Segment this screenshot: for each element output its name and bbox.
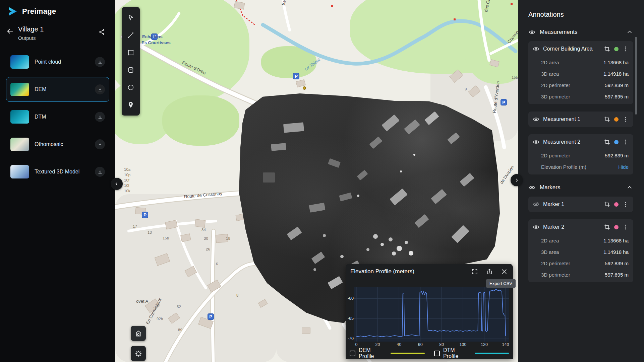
- app-logo-icon: [7, 6, 18, 17]
- house-number: 15b: [163, 236, 169, 240]
- dem-tree: [340, 255, 344, 258]
- output-item-textured-3d-model[interactable]: Textured 3D Model: [6, 159, 109, 184]
- house-number: 92b: [157, 317, 163, 321]
- back-button[interactable]: [5, 26, 15, 37]
- output-item-point-cloud[interactable]: Point cloud: [6, 50, 109, 74]
- share-button[interactable]: [97, 27, 107, 38]
- download-icon: [98, 169, 103, 174]
- checkbox-icon[interactable]: [434, 351, 440, 356]
- kebab-menu[interactable]: [622, 45, 629, 53]
- chevron-up-icon[interactable]: [626, 184, 633, 191]
- measure-line-tool[interactable]: [122, 26, 140, 44]
- measurement-card-measurement-2[interactable]: Measurement 2 2D perimeter592.839 m Elev…: [528, 134, 633, 174]
- kebab-menu[interactable]: [622, 138, 629, 146]
- color-swatch[interactable]: [614, 47, 619, 51]
- download-icon: [98, 142, 103, 147]
- measurement-row: 3D perimeter597.695 m: [528, 91, 633, 102]
- measurement-card-measurement-1[interactable]: Measurement 1: [528, 112, 633, 127]
- card-header: Corner Building Area: [528, 41, 633, 57]
- measurement-row: 3D area1.14918 ha: [528, 68, 633, 79]
- download-button[interactable]: [95, 84, 105, 94]
- dtm-profile-toggle[interactable]: DTM Profile: [434, 347, 509, 359]
- kebab-menu[interactable]: [622, 201, 629, 208]
- color-swatch[interactable]: [614, 202, 619, 207]
- zoom-to-icon[interactable]: [603, 223, 611, 231]
- panel-scrollbar[interactable]: [635, 37, 637, 115]
- markers-section-header[interactable]: Markers: [528, 182, 633, 193]
- zoom-to-icon[interactable]: [603, 138, 611, 146]
- chevron-up-icon[interactable]: [626, 28, 633, 36]
- select-tool[interactable]: [122, 9, 140, 26]
- row-label: 2D perimeter: [541, 82, 605, 88]
- marker-card-marker-2[interactable]: Marker 2 2D area1.13668 ha 3D area1.1491…: [528, 219, 633, 282]
- house-number: 89: [178, 328, 182, 332]
- dem-building: [424, 111, 439, 125]
- chevron-left-icon: [114, 181, 119, 187]
- close-panel-button[interactable]: [500, 268, 508, 276]
- marker-title: Marker 2: [543, 224, 600, 230]
- zoom-to-icon[interactable]: [603, 116, 611, 123]
- download-button[interactable]: [95, 139, 105, 149]
- output-item-dem[interactable]: DEM: [6, 77, 109, 102]
- row-value: 597.695 m: [605, 94, 629, 99]
- download-button[interactable]: [95, 112, 105, 122]
- color-swatch[interactable]: [614, 225, 619, 229]
- eye-icon[interactable]: [532, 45, 540, 53]
- measurement-card-corner-building-area[interactable]: Corner Building Area 2D area1.13668 ha 3…: [528, 41, 633, 104]
- marker-tool[interactable]: [122, 96, 140, 114]
- eye-off-icon[interactable]: [532, 201, 540, 208]
- eye-icon[interactable]: [532, 223, 540, 231]
- dem-profile-toggle[interactable]: DEM Profile: [350, 347, 425, 359]
- section-title: Measurements: [540, 29, 622, 35]
- color-swatch[interactable]: [614, 117, 619, 122]
- measurement-row: 2D perimeter592.839 m: [528, 150, 633, 161]
- map-canvas[interactable]: P P P P P Bacon des Caves Chemin de Rout…: [115, 0, 518, 362]
- eye-icon[interactable]: [528, 28, 536, 36]
- row-value: 592.839 m: [605, 82, 629, 88]
- fullscreen-button[interactable]: [471, 268, 479, 276]
- circle-icon: [127, 84, 134, 91]
- measure-area-tool[interactable]: [122, 44, 140, 61]
- collapse-right-panel-button[interactable]: [511, 174, 523, 186]
- recenter-model-button[interactable]: [131, 326, 146, 341]
- circle-tool[interactable]: [122, 79, 140, 96]
- color-swatch[interactable]: [614, 140, 619, 144]
- zoom-to-icon[interactable]: [603, 45, 611, 53]
- output-label: Point cloud: [35, 59, 61, 65]
- map-marker-dot: [511, 3, 513, 5]
- marker-card-marker-1[interactable]: Marker 1: [528, 197, 633, 212]
- gear-icon: [134, 350, 142, 358]
- house-number: 18: [226, 236, 230, 240]
- elevation-panel-header: Elevation Profile (meters): [346, 264, 513, 279]
- elevation-chart[interactable]: -60-65-70: [354, 287, 509, 342]
- measurement-row: Elevation Profile (m)Hide: [528, 161, 633, 172]
- eye-icon[interactable]: [528, 184, 536, 191]
- house-number: 10f: [124, 178, 129, 182]
- volume-tool[interactable]: [122, 61, 140, 79]
- checkbox-icon[interactable]: [350, 351, 355, 356]
- pin-icon: [127, 101, 134, 108]
- output-item-dtm[interactable]: DTM: [6, 104, 109, 129]
- zoom-to-icon[interactable]: [603, 201, 611, 208]
- house-number: 10p: [124, 173, 130, 177]
- kebab-menu[interactable]: [622, 223, 629, 231]
- kebab-menu[interactable]: [622, 116, 629, 123]
- download-button[interactable]: [95, 167, 105, 177]
- dem-building: [328, 158, 341, 168]
- dem-tree: [397, 246, 402, 251]
- output-item-orthomosaic[interactable]: Othomosaic: [6, 132, 109, 157]
- dem-building: [414, 214, 429, 228]
- dem-building: [328, 276, 343, 289]
- home-refresh-icon: [134, 330, 142, 338]
- eye-icon[interactable]: [532, 116, 540, 123]
- eye-icon[interactable]: [532, 138, 540, 146]
- house-number: 8: [236, 293, 238, 297]
- collapse-left-sidebar-button[interactable]: [111, 178, 123, 190]
- hide-elevation-profile-link[interactable]: Hide: [618, 164, 629, 170]
- download-button[interactable]: [95, 57, 105, 67]
- measurements-section-header[interactable]: Measurements: [528, 26, 633, 38]
- textured-model-thumbnail: [10, 165, 29, 178]
- export-csv-button[interactable]: [485, 268, 493, 276]
- row-value: 1.13668 ha: [603, 60, 629, 65]
- map-settings-button[interactable]: [131, 346, 146, 361]
